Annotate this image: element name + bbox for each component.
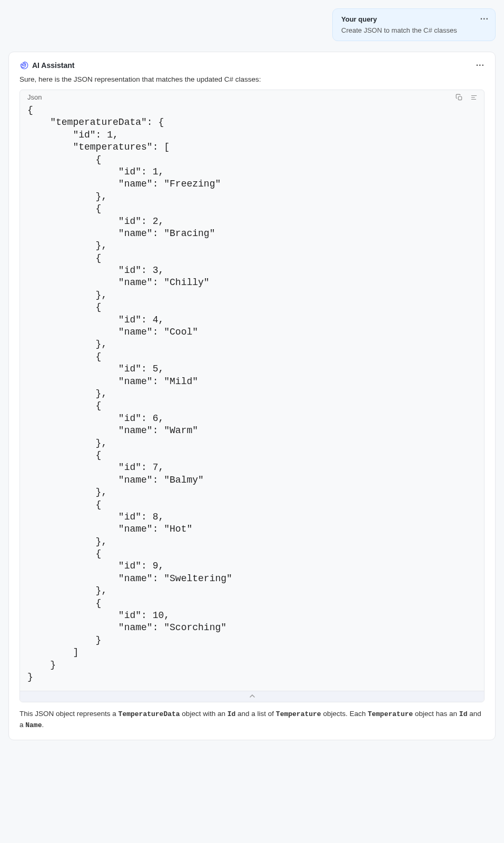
- outro-segment: and a list of: [235, 710, 276, 718]
- outro-segment: .: [42, 721, 44, 729]
- query-container: Your query Create JSON to match the C# c…: [8, 8, 496, 41]
- outro-code: Name: [25, 721, 42, 729]
- code-language-label: Json: [27, 93, 42, 101]
- code-block: Json { "temperatureData": {: [19, 90, 485, 702]
- outro-segment: objects. Each: [321, 710, 368, 718]
- assistant-intro-text: Sure, here is the JSON representation th…: [19, 75, 485, 83]
- collapse-icon[interactable]: [20, 691, 484, 702]
- assistant-outro-text: This JSON object represents a Temperatur…: [19, 709, 485, 730]
- outro-segment: object has an: [413, 710, 459, 718]
- outro-code: Temperature: [276, 710, 321, 718]
- query-bubble: Your query Create JSON to match the C# c…: [332, 8, 496, 41]
- assistant-title: AI Assistant: [32, 61, 74, 70]
- outro-code: Id: [459, 710, 468, 718]
- code-content[interactable]: { "temperatureData": { "id": 1, "tempera…: [20, 103, 484, 691]
- format-icon[interactable]: [470, 94, 478, 101]
- response-title-wrap: AI Assistant: [19, 61, 74, 70]
- outro-segment: object with an: [180, 710, 228, 718]
- copy-icon[interactable]: [456, 94, 463, 101]
- code-actions: [456, 94, 478, 101]
- outro-code: Id: [228, 710, 236, 718]
- response-header: AI Assistant ···: [19, 61, 485, 70]
- outro-code: Temperature: [368, 710, 413, 718]
- query-label: Your query: [341, 15, 487, 23]
- code-toolbar: Json: [20, 90, 484, 103]
- svg-rect-0: [458, 96, 461, 100]
- query-text: Create JSON to match the C# classes: [341, 26, 487, 34]
- query-more-icon[interactable]: ···: [480, 14, 489, 24]
- response-more-icon[interactable]: ···: [476, 61, 485, 70]
- outro-code: TemperatureData: [118, 710, 180, 718]
- assistant-response-card: AI Assistant ··· Sure, here is the JSON …: [8, 52, 496, 740]
- outro-segment: This JSON object represents a: [19, 710, 118, 718]
- ai-spiral-icon: [19, 61, 29, 70]
